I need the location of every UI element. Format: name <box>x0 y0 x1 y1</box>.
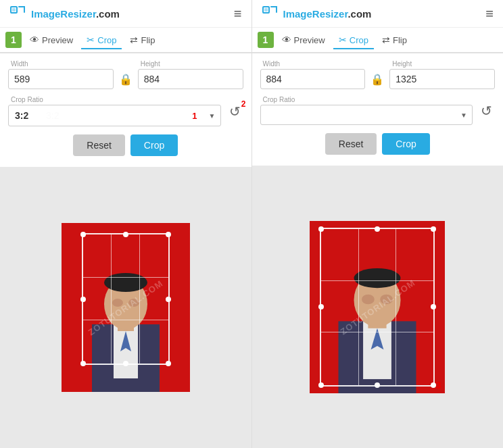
logo-text: ImageResizer.com <box>31 8 120 20</box>
height-input-right[interactable] <box>389 69 495 89</box>
crop-ratio-row-left: Crop Ratio 3:2 1 3:2 4:3 16:9 1:1 ▼ <box>8 96 243 126</box>
width-input-left[interactable] <box>8 69 114 89</box>
logo-icon <box>9 5 26 22</box>
height-label-left: Height <box>138 60 243 68</box>
grid-h2-left <box>83 320 168 320</box>
crop-ratio-select-left[interactable]: 3:2 4:3 16:9 1:1 <box>8 105 221 126</box>
crop-ratio-group-right: Crop Ratio 3:2 4:3 16:9 ▼ <box>260 96 473 125</box>
tab-flip-right[interactable]: ⇄ Flip <box>377 32 412 49</box>
tab-crop-right[interactable]: ✂ Crop <box>333 32 374 49</box>
lock-icon-right: 🔒 <box>370 73 384 86</box>
right-form: Width 🔒 Height Crop Ratio 3:2 4 <box>252 53 504 166</box>
crop-button-left[interactable]: Crop <box>130 134 178 156</box>
handle-br-left[interactable] <box>166 361 171 366</box>
height-field-group-right: Height <box>389 60 495 89</box>
logo-brand: ImageResizer <box>31 8 96 20</box>
main-container: ImageResizer.com ≡ 1 👁 Preview ✂ Crop ⇄ … <box>0 0 503 448</box>
reset-button-left[interactable]: Reset <box>73 134 125 156</box>
width-field-group-left: Width <box>8 60 114 89</box>
grid-v2-right <box>396 229 396 385</box>
hamburger-menu[interactable]: ≡ <box>234 6 242 22</box>
logo-domain-right: .com <box>348 8 371 20</box>
height-label-right: Height <box>389 60 495 68</box>
handle-tm-left[interactable] <box>123 232 128 237</box>
photo-container-right: ZOTUTORIAL.COM 3 <box>310 221 445 393</box>
width-label-left: Width <box>8 60 114 68</box>
handle-bl-left[interactable] <box>80 361 86 366</box>
grid-v1-left <box>111 234 112 364</box>
corner-number-right: 3 <box>435 380 441 391</box>
tab-flip-label-left: Flip <box>141 35 155 45</box>
image-area-left: ZOTUTORIAL.COM <box>0 167 251 448</box>
person-bg-right: ZOTUTORIAL.COM 3 <box>310 221 445 393</box>
photo-container-left: ZOTUTORIAL.COM <box>62 223 190 392</box>
crop-ratio-select-right[interactable]: 3:2 4:3 16:9 <box>260 105 473 125</box>
crop-overlay-left <box>82 233 170 365</box>
tab-preview-left[interactable]: 👁 Preview <box>24 32 78 49</box>
left-panel: ImageResizer.com ≡ 1 👁 Preview ✂ Crop ⇄ … <box>0 0 252 448</box>
crop-ratio-row-right: Crop Ratio 3:2 4:3 16:9 ▼ ↺ <box>260 96 496 125</box>
handle-ml-right[interactable] <box>318 304 324 309</box>
crop-overlay-right <box>320 228 435 387</box>
step-badge: 1 <box>5 32 22 48</box>
tab-crop-left[interactable]: ✂ Crop <box>81 32 122 49</box>
lock-icon-left: 🔒 <box>119 73 133 86</box>
logo-brand-right: ImageResizer <box>283 8 348 20</box>
buttons-row-right: Reset Crop <box>260 133 496 155</box>
handle-bl-right[interactable] <box>318 382 324 388</box>
tab-crop-label-left: Crop <box>97 35 116 45</box>
handle-mr-left[interactable] <box>166 297 171 302</box>
handle-mr-right[interactable] <box>431 304 436 309</box>
person-bg-left: ZOTUTORIAL.COM <box>62 223 190 392</box>
width-label-right: Width <box>260 60 366 68</box>
grid-v1-right <box>358 229 359 385</box>
tab-preview-right[interactable]: 👁 Preview <box>277 32 331 49</box>
tab-preview-label-left: Preview <box>42 35 73 45</box>
handle-tr-left[interactable] <box>166 232 171 237</box>
handle-ml-left[interactable] <box>80 297 86 302</box>
rotate-button-right[interactable]: ↺ <box>478 100 495 122</box>
handle-tl-right[interactable] <box>318 226 324 232</box>
height-input-left[interactable] <box>138 69 243 89</box>
grid-v2-left <box>139 234 140 364</box>
handle-tr-right[interactable] <box>431 226 436 232</box>
right-header: ImageResizer.com ≡ <box>252 0 504 28</box>
svg-rect-11 <box>264 8 268 11</box>
left-header: ImageResizer.com ≡ <box>0 0 251 28</box>
step-badge-right: 1 <box>258 32 274 48</box>
right-panel: ImageResizer.com ≡ 1 👁 Preview ✂ Crop ⇄ … <box>252 0 504 448</box>
left-toolbar: 1 👁 Preview ✂ Crop ⇄ Flip <box>0 28 251 53</box>
dimensions-row-left: Width 🔒 Height <box>8 60 243 89</box>
buttons-row-left: Reset Crop <box>8 134 243 156</box>
crop-ratio-label-right: Crop Ratio <box>260 96 473 103</box>
crop-button-right[interactable]: Crop <box>382 133 429 155</box>
logo-domain: .com <box>96 8 120 20</box>
right-toolbar: 1 👁 Preview ✂ Crop ⇄ Flip <box>252 28 504 53</box>
tab-crop-label-right: Crop <box>350 35 368 45</box>
width-input-right[interactable] <box>260 69 366 89</box>
dimensions-row-right: Width 🔒 Height <box>260 60 496 89</box>
hamburger-menu-right[interactable]: ≡ <box>485 6 494 22</box>
preview-icon-left: 👁 <box>30 34 39 45</box>
tab-flip-left[interactable]: ⇄ Flip <box>124 32 160 49</box>
flip-icon-right: ⇄ <box>382 34 390 45</box>
handle-bm-left[interactable] <box>123 361 128 366</box>
tab-preview-label-right: Preview <box>294 35 325 45</box>
svg-rect-1 <box>12 8 16 11</box>
grid-h1-right <box>321 280 433 281</box>
crop-ratio-select-wrapper-right: 3:2 4:3 16:9 ▼ <box>260 105 473 125</box>
image-area-right: ZOTUTORIAL.COM 3 <box>252 166 504 448</box>
preview-icon-right: 👁 <box>282 34 291 45</box>
grid-h1-left <box>83 277 168 278</box>
tab-flip-label-right: Flip <box>393 35 407 45</box>
crop-ratio-select-wrapper-left: 3:2 1 3:2 4:3 16:9 1:1 ▼ <box>8 105 221 126</box>
crop-ratio-label-left: Crop Ratio <box>8 96 221 103</box>
handle-tl-left[interactable] <box>80 232 86 237</box>
rotate-button-left[interactable]: ↺ 2 <box>226 101 243 122</box>
reset-button-right[interactable]: Reset <box>325 133 377 155</box>
logo-text-right: ImageResizer.com <box>283 8 372 20</box>
handle-bm-right[interactable] <box>375 382 380 388</box>
height-field-group-left: Height <box>138 60 243 89</box>
handle-tm-right[interactable] <box>375 226 380 232</box>
grid-h2-right <box>321 332 433 332</box>
